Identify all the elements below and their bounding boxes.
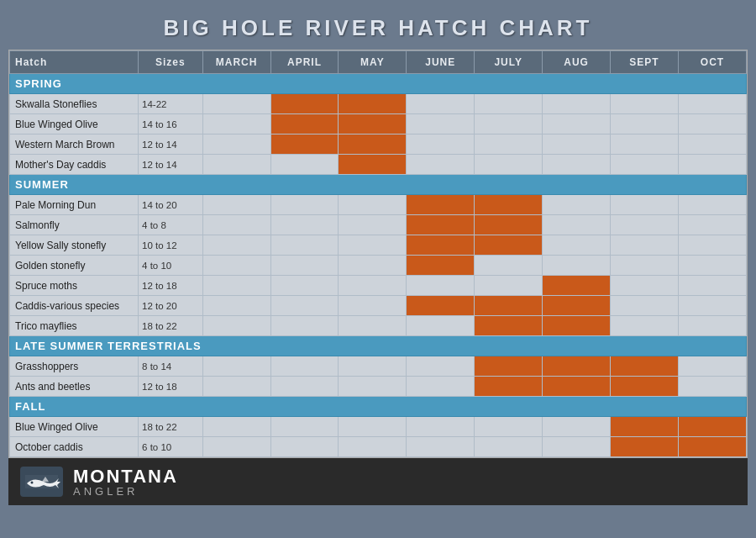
table-row: Mother's Day caddis12 to 14 <box>10 155 747 175</box>
month-cell <box>611 155 679 175</box>
table-row: Trico mayflies18 to 22 <box>10 316 747 336</box>
month-cell <box>339 316 407 336</box>
footer-text: MONTANA ANGLER <box>73 467 178 497</box>
month-cell <box>611 437 679 457</box>
hatch-sizes: 12 to 14 <box>139 134 203 155</box>
page-title: BIG HOLE RIVER HATCH CHART <box>164 15 593 41</box>
month-cell <box>407 155 475 175</box>
month-cell <box>339 94 407 114</box>
month-cell <box>611 215 679 235</box>
month-cell <box>543 114 611 134</box>
brand-sub: ANGLER <box>73 486 178 497</box>
month-cell <box>678 134 746 155</box>
table-row: Skwalla Stoneflies14-22 <box>10 94 747 114</box>
month-cell <box>543 134 611 155</box>
hatch-name: Trico mayflies <box>10 316 139 336</box>
header-sizes: Sizes <box>139 51 203 74</box>
hatch-chart: Hatch Sizes MARCH APRIL MAY JUNE JULY AU… <box>8 50 748 458</box>
month-cell <box>202 94 270 114</box>
month-cell <box>407 215 475 235</box>
header-sept: SEPT <box>611 51 679 74</box>
svg-point-1 <box>31 482 34 484</box>
hatch-sizes: 12 to 20 <box>139 296 203 316</box>
hatch-name: Yellow Sally stonefly <box>10 235 139 256</box>
header-aug: AUG <box>543 51 611 74</box>
month-cell <box>475 417 543 437</box>
month-cell <box>202 377 270 397</box>
month-cell <box>678 155 746 175</box>
month-cell <box>475 377 543 397</box>
header-may: MAY <box>339 51 407 74</box>
month-cell <box>475 356 543 377</box>
month-cell <box>339 215 407 235</box>
month-cell <box>407 377 475 397</box>
month-cell <box>678 316 746 336</box>
month-cell <box>270 235 339 256</box>
month-cell <box>611 296 679 316</box>
month-cell <box>339 377 407 397</box>
month-cell <box>475 437 543 457</box>
month-cell <box>270 296 339 316</box>
hatch-name: Pale Morning Dun <box>10 195 139 215</box>
month-cell <box>339 276 407 296</box>
month-cell <box>202 417 270 437</box>
month-cell <box>611 256 679 276</box>
hatch-sizes: 8 to 14 <box>139 356 203 377</box>
month-cell <box>202 316 270 336</box>
month-cell <box>475 235 543 256</box>
month-cell <box>678 235 746 256</box>
month-cell <box>339 437 407 457</box>
month-cell <box>339 296 407 316</box>
month-cell <box>611 94 679 114</box>
month-cell <box>270 256 339 276</box>
month-cell <box>407 134 475 155</box>
footer: MONTANA ANGLER <box>8 458 748 505</box>
month-cell <box>611 114 679 134</box>
hatch-name: Skwalla Stoneflies <box>10 94 139 114</box>
header-hatch: Hatch <box>10 51 139 74</box>
month-cell <box>339 235 407 256</box>
month-cell <box>611 134 679 155</box>
month-cell <box>543 377 611 397</box>
month-cell <box>611 195 679 215</box>
month-cell <box>270 134 339 155</box>
table-row: Ants and beetles12 to 18 <box>10 377 747 397</box>
table-row: Western March Brown12 to 14 <box>10 134 747 155</box>
month-cell <box>475 114 543 134</box>
month-cell <box>202 155 270 175</box>
month-cell <box>407 417 475 437</box>
month-cell <box>202 235 270 256</box>
month-cell <box>543 195 611 215</box>
month-cell <box>475 155 543 175</box>
month-cell <box>543 276 611 296</box>
hatch-sizes: 14 to 16 <box>139 114 203 134</box>
hatch-name: Grasshoppers <box>10 356 139 377</box>
section-header: SPRING <box>10 74 747 94</box>
month-cell <box>407 356 475 377</box>
hatch-name: Golden stonefly <box>10 256 139 276</box>
table-row: Grasshoppers8 to 14 <box>10 356 747 377</box>
month-cell <box>202 134 270 155</box>
month-cell <box>202 215 270 235</box>
month-cell <box>543 256 611 276</box>
month-cell <box>475 256 543 276</box>
month-cell <box>475 195 543 215</box>
hatch-name: Spruce moths <box>10 276 139 296</box>
section-header: FALL <box>10 397 747 417</box>
month-cell <box>543 437 611 457</box>
month-cell <box>407 256 475 276</box>
month-cell <box>202 114 270 134</box>
hatch-sizes: 12 to 18 <box>139 377 203 397</box>
month-cell <box>678 256 746 276</box>
month-cell <box>339 195 407 215</box>
fish-icon <box>18 465 65 498</box>
month-cell <box>611 316 679 336</box>
table-row: Blue Winged Olive18 to 22 <box>10 417 747 437</box>
month-cell <box>407 296 475 316</box>
month-cell <box>407 316 475 336</box>
month-cell <box>475 134 543 155</box>
hatch-sizes: 4 to 8 <box>139 215 203 235</box>
month-cell <box>543 215 611 235</box>
month-cell <box>270 155 339 175</box>
month-cell <box>678 94 746 114</box>
